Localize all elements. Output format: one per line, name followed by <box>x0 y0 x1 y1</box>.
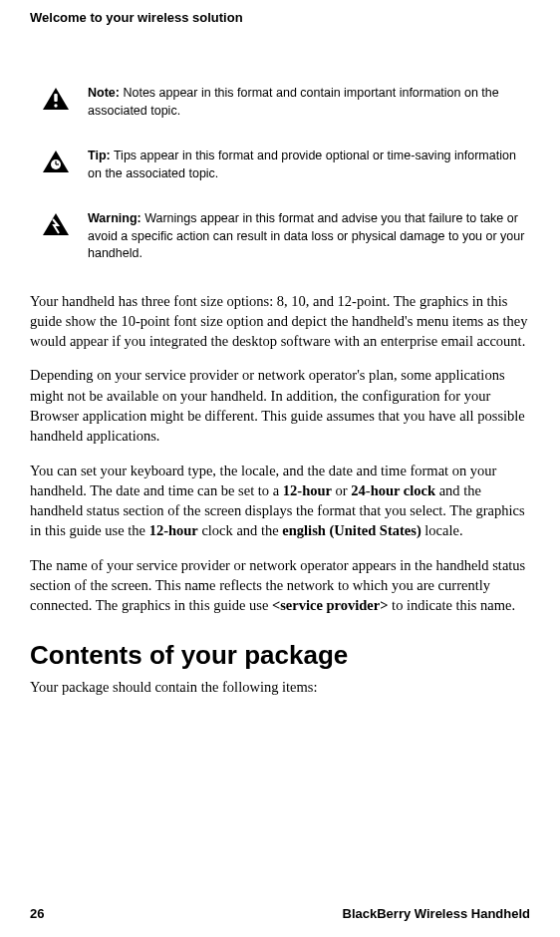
note-text: Note: Notes appear in this format and co… <box>88 85 530 120</box>
paragraph-5: Your package should contain the followin… <box>30 677 530 697</box>
warning-icon <box>42 212 70 236</box>
tip-icon <box>42 150 70 173</box>
note-label: Note: <box>88 86 120 100</box>
p4-b: <service provider> <box>272 597 389 613</box>
warning-label: Warning: <box>88 211 141 225</box>
p3-d: 24 <box>351 482 366 498</box>
paragraph-4: The name of your service provider or net… <box>30 555 530 616</box>
paragraph-2: Depending on your service provider or ne… <box>30 365 530 446</box>
tip-label: Tip: <box>88 149 111 162</box>
p3-j: english (United States) <box>282 522 420 538</box>
tip-callout: Tip: Tips appear in this format and prov… <box>30 148 530 182</box>
paragraph-3: You can set your keyboard type, the loca… <box>30 461 530 541</box>
p4-c: to indicate this name. <box>388 597 515 613</box>
warning-text: Warning: Warnings appear in this format … <box>88 210 530 263</box>
p3-k: locale. <box>421 522 463 538</box>
product-name: BlackBerry Wireless Handheld <box>343 906 530 921</box>
tip-text: Tip: Tips appear in this format and prov… <box>88 148 530 182</box>
page-footer: 26 BlackBerry Wireless Handheld <box>30 906 530 921</box>
p3-h: 12-hour <box>149 522 198 538</box>
note-body: Notes appear in this format and contain … <box>88 86 499 118</box>
paragraph-1: Your handheld has three font size option… <box>30 291 530 352</box>
p3-b: 12-hour <box>283 482 332 498</box>
note-icon <box>42 87 70 111</box>
contents-heading: Contents of your package <box>30 640 530 671</box>
warning-body: Warnings appear in this format and advis… <box>88 211 524 260</box>
p3-i: clock and the <box>198 522 283 538</box>
p3-c: or <box>332 482 351 498</box>
page-number: 26 <box>30 906 44 921</box>
note-callout: Note: Notes appear in this format and co… <box>30 85 530 120</box>
p3-f: hour clock <box>371 482 435 498</box>
svg-rect-1 <box>54 94 57 102</box>
warning-callout: Warning: Warnings appear in this format … <box>30 210 530 263</box>
tip-body: Tips appear in this format and provide o… <box>88 149 516 180</box>
svg-point-2 <box>54 104 57 107</box>
page-header-title: Welcome to your wireless solution <box>30 10 530 25</box>
